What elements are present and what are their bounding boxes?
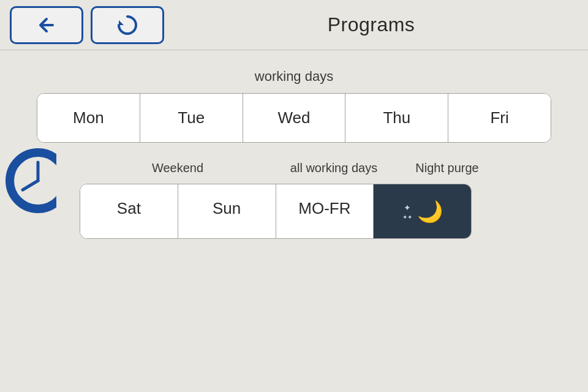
day-sat[interactable]: Sat [80, 184, 178, 238]
day-thu[interactable]: Thu [345, 94, 448, 142]
all-working-days-sub-label: all working days [276, 161, 392, 175]
day-sun[interactable]: Sun [178, 184, 276, 238]
weekend-sub-label: Weekend [80, 161, 276, 175]
svg-marker-0 [119, 20, 124, 25]
weekend-row: Sat Sun MO-FR ✦ ✦✦ 🌙 [80, 184, 472, 239]
mo-fr-cell[interactable]: MO-FR [276, 184, 374, 238]
working-days-row: Mon Tue Wed Thu Fri [37, 93, 551, 143]
moon-icon: 🌙 [417, 199, 443, 224]
sub-labels: Weekend all working days Night purge [37, 161, 551, 175]
back-button[interactable] [10, 6, 83, 44]
header: Programs [0, 0, 588, 50]
refresh-button[interactable] [91, 6, 164, 44]
working-days-label: working days [37, 69, 551, 85]
day-mon[interactable]: Mon [37, 94, 140, 142]
night-purge-sub-label: Night purge [392, 161, 502, 175]
day-fri[interactable]: Fri [448, 94, 551, 142]
night-purge-cell[interactable]: ✦ ✦✦ 🌙 [374, 184, 471, 238]
stars-icon: ✦ ✦✦ [402, 203, 412, 221]
page-title: Programs [164, 13, 578, 36]
header-buttons [10, 6, 164, 44]
day-wed[interactable]: Wed [243, 94, 346, 142]
day-tue[interactable]: Tue [140, 94, 243, 142]
main-content: working days Mon Tue Wed Thu Fri Weekend… [0, 50, 588, 257]
